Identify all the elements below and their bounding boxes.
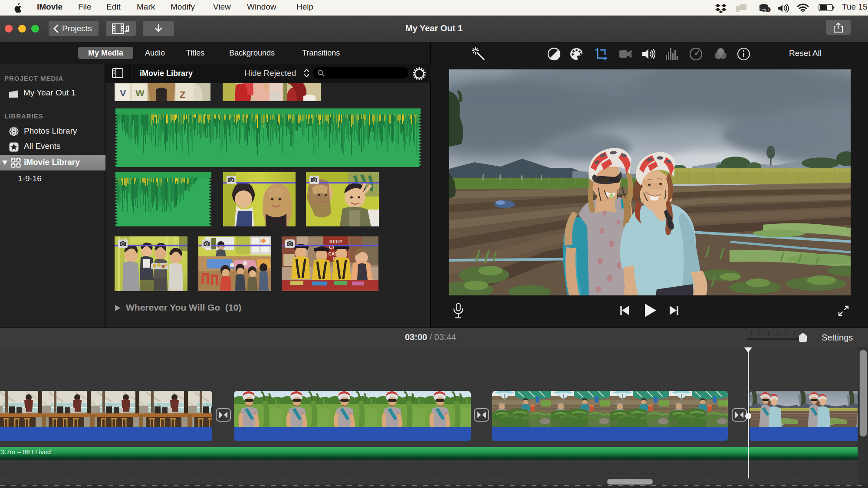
svg-text:!: !	[767, 8, 769, 12]
svg-text:KEEP: KEEP	[329, 239, 342, 244]
svg-text:Z: Z	[180, 89, 185, 100]
svg-text:V: V	[120, 88, 126, 98]
svg-text:W: W	[135, 88, 145, 98]
